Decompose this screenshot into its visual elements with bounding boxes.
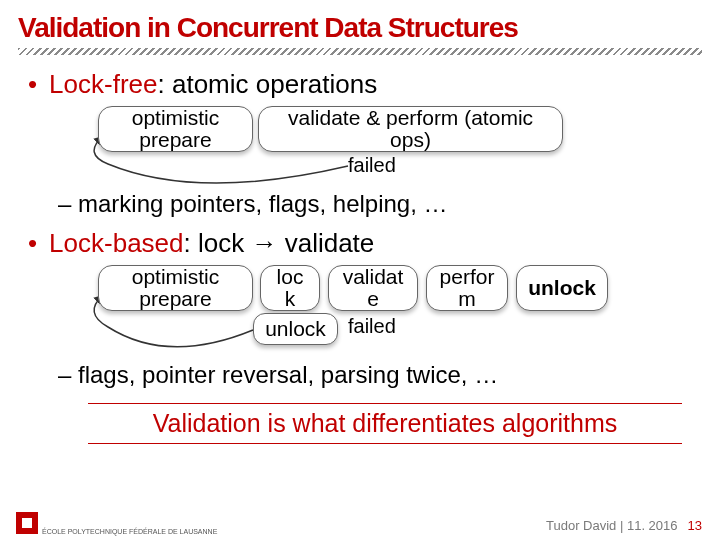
arrow-right-icon: →	[251, 228, 277, 258]
bullet-lock-free: • Lock-free: atomic operations	[28, 69, 692, 100]
bullet-lock-based-text: Lock-based: lock → validate	[49, 228, 374, 259]
lock-based-mid: : lock	[184, 228, 252, 258]
highlight-statement: Validation is what differentiates algori…	[88, 403, 682, 444]
box-line: validat	[335, 266, 411, 288]
box-line: ops)	[265, 129, 556, 151]
title-divider	[18, 48, 702, 55]
box-perform: perfor m	[426, 265, 508, 311]
box-unlock: unlock	[253, 313, 338, 345]
box-line: prepare	[105, 129, 246, 151]
box-line: optimistic	[105, 266, 246, 288]
sub-bullet-marking: – marking pointers, flags, helping, …	[58, 190, 692, 218]
box-line: m	[433, 288, 501, 310]
box-lock: loc k	[260, 265, 320, 311]
page-number: 13	[688, 518, 702, 533]
slide-content: • Lock-free: atomic operations optimisti…	[0, 69, 720, 444]
bullet-dot-icon: •	[28, 228, 37, 259]
bullet-lock-based: • Lock-based: lock → validate	[28, 228, 692, 259]
footer-bar: Tudor David | 11. 2016 13	[0, 510, 720, 540]
flow-lock-based: optimistic prepare loc k validat e perfo…	[48, 265, 692, 357]
box-optimistic-prepare: optimistic prepare	[98, 265, 253, 311]
box-line: k	[267, 288, 313, 310]
failed-label: failed	[348, 315, 396, 338]
box-line: loc	[267, 266, 313, 288]
slide-title: Validation in Concurrent Data Structures	[0, 0, 720, 48]
box-optimistic-prepare: optimistic prepare	[98, 106, 253, 152]
box-validate-perform: validate & perform (atomic ops)	[258, 106, 563, 152]
box-unlock-bold: unlock	[516, 265, 608, 311]
box-line: unlock	[260, 318, 331, 340]
author-date: Tudor David | 11. 2016	[546, 518, 678, 533]
failed-label: failed	[348, 154, 396, 177]
box-validate: validat e	[328, 265, 418, 311]
box-line: perfor	[433, 266, 501, 288]
sub-bullet-flags: – flags, pointer reversal, parsing twice…	[58, 361, 692, 389]
box-line: prepare	[105, 288, 246, 310]
box-line: e	[335, 288, 411, 310]
box-line: optimistic	[105, 107, 246, 129]
bullet-lock-free-text: Lock-free: atomic operations	[49, 69, 377, 100]
lock-free-label: Lock-free	[49, 69, 157, 99]
box-line: unlock	[523, 277, 601, 299]
lock-based-tail: validate	[277, 228, 374, 258]
box-line: validate & perform (atomic	[265, 107, 556, 129]
bullet-dot-icon: •	[28, 69, 37, 100]
lock-based-label: Lock-based	[49, 228, 183, 258]
lock-free-rest: : atomic operations	[158, 69, 378, 99]
flow-lock-free: optimistic prepare validate & perform (a…	[48, 106, 692, 186]
